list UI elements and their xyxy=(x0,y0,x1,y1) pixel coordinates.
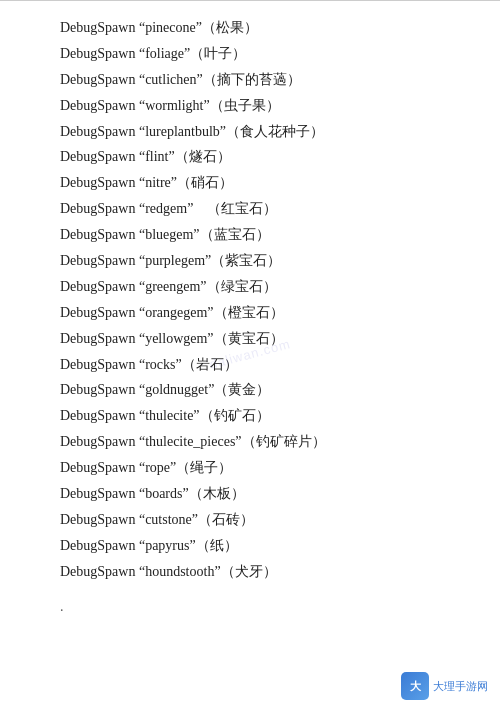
content-area: DebugSpawn “pinecone”（松果）DebugSpawn “fol… xyxy=(0,9,500,595)
debug-line-8: DebugSpawn “bluegem”（蓝宝石） xyxy=(60,222,440,248)
debug-line-16: DebugSpawn “thulecite_pieces”（钓矿碎片） xyxy=(60,429,440,455)
logo-label: 大理手游网 xyxy=(433,679,488,694)
debug-line-19: DebugSpawn “cutstone”（石砖） xyxy=(60,507,440,533)
debug-line-10: DebugSpawn “greengem”（绿宝石） xyxy=(60,274,440,300)
debug-line-17: DebugSpawn “rope”（绳子） xyxy=(60,455,440,481)
debug-line-7: DebugSpawn “redgem” （红宝石） xyxy=(60,196,440,222)
debug-line-18: DebugSpawn “boards”（木板） xyxy=(60,481,440,507)
debug-line-20: DebugSpawn “papyrus”（纸） xyxy=(60,533,440,559)
top-divider xyxy=(0,0,500,1)
bottom-dot: . xyxy=(0,599,500,615)
debug-line-1: DebugSpawn “foliage”（叶子） xyxy=(60,41,440,67)
logo-area: 大 大理手游网 xyxy=(401,672,488,700)
debug-line-13: DebugSpawn “rocks”（岩石） xyxy=(60,352,440,378)
debug-line-5: DebugSpawn “flint”（燧石） xyxy=(60,144,440,170)
debug-line-3: DebugSpawn “wormlight”（虫子果） xyxy=(60,93,440,119)
debug-line-0: DebugSpawn “pinecone”（松果） xyxy=(60,15,440,41)
debug-line-15: DebugSpawn “thulecite”（钓矿石） xyxy=(60,403,440,429)
debug-line-2: DebugSpawn “cutlichen”（摘下的苔薖） xyxy=(60,67,440,93)
debug-line-12: DebugSpawn “yellowgem”（黄宝石） xyxy=(60,326,440,352)
debug-line-9: DebugSpawn “purplegem”（紫宝石） xyxy=(60,248,440,274)
debug-line-4: DebugSpawn “lureplantbulb”（食人花种子） xyxy=(60,119,440,145)
debug-line-21: DebugSpawn “houndstooth”（犬牙） xyxy=(60,559,440,585)
logo-icon: 大 xyxy=(401,672,429,700)
debug-line-14: DebugSpawn “goldnugget”（黄金） xyxy=(60,377,440,403)
debug-line-11: DebugSpawn “orangegem”（橙宝石） xyxy=(60,300,440,326)
debug-line-6: DebugSpawn “nitre”（硝石） xyxy=(60,170,440,196)
